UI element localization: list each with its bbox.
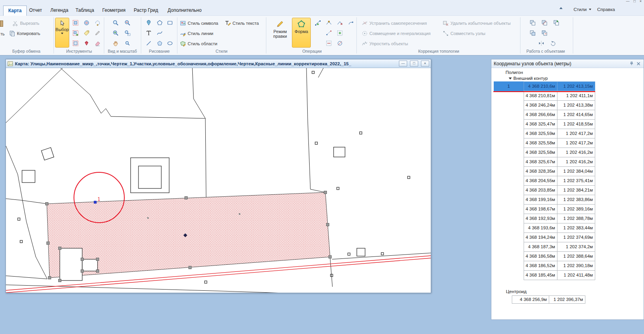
combine-objects-icon[interactable] — [552, 19, 560, 27]
coord-y[interactable]: 1 202 413,15м — [557, 81, 595, 91]
coord-x[interactable]: 4 368 246,24м — [524, 100, 557, 110]
coord-x[interactable]: 4 368 325,47м — [524, 119, 557, 129]
draw-text-icon[interactable] — [145, 29, 153, 37]
coord-x[interactable]: 4 368 203,85м — [524, 185, 557, 195]
coords-table-row[interactable]: 4 368 194,24м 1 202 374,69м — [494, 233, 595, 242]
map-canvas[interactable]: 1 — [6, 68, 431, 293]
coord-x[interactable]: 4 368 204,55м — [524, 176, 557, 186]
coord-x[interactable]: 4 368 325,67м — [524, 157, 557, 167]
maximize-window-icon[interactable]: □ — [633, 0, 635, 3]
subtract-objects-icon[interactable] — [541, 29, 548, 37]
area-style-button[interactable]: Стиль области — [179, 40, 217, 47]
delete-node-icon[interactable] — [336, 19, 344, 27]
rotate-object-icon[interactable] — [549, 39, 557, 47]
line-style-button[interactable]: Стиль линии — [179, 30, 213, 37]
pin-panel-icon[interactable] — [629, 61, 634, 66]
map-restore-button[interactable]: □ — [410, 61, 418, 66]
coord-y[interactable]: 1 202 416,2м — [557, 157, 595, 167]
zoom-small-icon[interactable] — [124, 39, 131, 47]
coords-table-row[interactable]: 4 368 325,47м 1 202 418,55м — [494, 119, 595, 129]
coord-y[interactable]: 1 202 417,2м — [557, 129, 595, 138]
move-node-icon[interactable] — [325, 19, 333, 27]
coords-table-row[interactable]: 4 368 246,24м 1 202 413,38м — [494, 100, 595, 110]
coords-table-row[interactable]: 4 368 193,6м 1 202 383,44м — [494, 223, 595, 233]
draw-area-icon[interactable] — [156, 39, 164, 47]
tree-node-outer-contour[interactable]: Внешний контур — [509, 76, 548, 81]
add-node-icon[interactable] — [314, 19, 322, 27]
select-add-tool-icon[interactable] — [72, 29, 79, 37]
coords-table-row[interactable]: 4 368 192,93м 1 202 388,78м — [494, 214, 595, 223]
coord-x[interactable]: 4 368 328,35м — [524, 166, 557, 176]
shape-button[interactable]: Форма — [292, 18, 311, 48]
mirror-object-icon[interactable] — [537, 39, 545, 47]
coords-table-row[interactable]: 4 368 210,81м 1 202 411,1м — [494, 91, 595, 101]
insert-vertex-icon[interactable] — [336, 29, 344, 37]
coord-x[interactable]: 4 368 192,93м — [524, 214, 557, 223]
cut-object-icon[interactable] — [541, 19, 548, 27]
tab-map[interactable]: Карта — [3, 6, 27, 16]
select-tool-button[interactable]: Выбор — [55, 18, 69, 48]
alignment-generalization-button[interactable]: Совмещение и генерализация — [361, 30, 431, 37]
coord-x[interactable]: 4 368 186,52м — [524, 261, 557, 271]
coords-table-row[interactable]: 4 368 266,66м 1 202 414,65м — [494, 110, 595, 120]
coord-y[interactable]: 1 202 389,16м — [557, 204, 595, 214]
help-button[interactable]: Справка — [597, 7, 615, 12]
coord-x[interactable]: 4 368 210,81м — [524, 91, 557, 101]
coords-table-row[interactable]: 4 368 186,52м 1 202 390,18м — [494, 261, 595, 271]
pencil-tool-icon[interactable] — [94, 29, 101, 37]
select-lasso-tool-icon[interactable] — [94, 19, 101, 27]
tab-legend[interactable]: Легенда — [46, 6, 73, 16]
coord-x[interactable]: 4 368 198,67м — [524, 204, 557, 214]
cut-button[interactable]: Вырезать — [12, 20, 39, 26]
coord-y[interactable]: 1 202 418,55м — [557, 119, 595, 129]
coord-x[interactable]: 4 368 199,16м — [524, 195, 557, 205]
draw-point-icon[interactable] — [145, 19, 153, 27]
pan-hand-icon[interactable] — [112, 39, 120, 47]
zoom-out-icon[interactable] — [124, 19, 131, 27]
coord-y[interactable]: 1 202 388,64м — [557, 251, 595, 261]
paste-button-fragment[interactable] — [0, 20, 3, 27]
coord-y[interactable]: 1 202 374,69м — [557, 233, 595, 242]
zoom-tool-icon[interactable] — [112, 19, 120, 27]
select-invert-tool-icon[interactable] — [72, 39, 79, 47]
draw-polygon-icon[interactable] — [156, 19, 164, 27]
tab-table[interactable]: Таблица — [71, 6, 99, 16]
coord-y[interactable]: 1 202 390,18м — [557, 261, 595, 271]
coord-y[interactable]: 1 202 383,44м — [557, 223, 595, 233]
tab-additional[interactable]: Дополнительно — [163, 6, 206, 16]
map-minimize-button[interactable]: — — [399, 61, 407, 66]
coords-table-row[interactable]: 4 368 325,67м 1 202 416,2м — [494, 157, 595, 167]
coords-table-row[interactable]: 4 368 204,55м 1 202 375,41м — [494, 176, 595, 186]
coords-table-row[interactable]: 4 368 185,45м 1 202 411,48м — [494, 270, 595, 280]
coord-y[interactable]: 1 202 383,86м — [557, 195, 595, 205]
minimize-window-icon[interactable]: — — [626, 0, 629, 3]
zoom-to-rect-icon[interactable] — [124, 29, 131, 37]
coord-x[interactable]: 4 368 325,58м — [524, 138, 557, 148]
styles-menu-button[interactable]: Стили — [574, 7, 591, 12]
coord-x[interactable]: 4 368 325,59м — [524, 129, 557, 138]
coords-table-row[interactable]: 1 4 368 210,6м 1 202 413,15м — [494, 81, 595, 91]
tab-raster-grid[interactable]: Растр Грид — [129, 6, 163, 16]
coord-x[interactable]: 4 368 186,58м — [524, 251, 557, 261]
coords-table-row[interactable]: 4 368 199,16м 1 202 383,86м — [494, 195, 595, 205]
coord-y[interactable]: 1 202 384,21м — [557, 185, 595, 195]
coord-x[interactable]: 4 368 266,66м — [524, 110, 557, 120]
coords-table-row[interactable]: 4 368 325,59м 1 202 417,2м — [494, 129, 595, 138]
simplify-objects-button[interactable]: Упростить объекты — [361, 40, 408, 47]
remove-self-intersections-button[interactable]: Устранить самопересечения — [361, 20, 427, 26]
coords-table-row[interactable]: 4 368 187,3м 1 202 374,2м — [494, 242, 595, 252]
map-window-titlebar[interactable]: Карта: Улицы,Наименование_микр_,точки,Че… — [6, 59, 431, 68]
coords-table-row[interactable]: 4 368 325,58м 1 202 416,2м — [494, 148, 595, 157]
text-style-button[interactable]: Стиль текста — [224, 20, 259, 26]
select-circle-tool-icon[interactable] — [83, 19, 90, 27]
gem-tool-icon[interactable] — [83, 39, 90, 47]
tree-node-polygon[interactable]: Полигон — [506, 70, 523, 75]
zoom-in-icon[interactable] — [112, 29, 120, 37]
remove-redundant-objects-button[interactable]: Удалить избыточные объекты — [442, 20, 511, 26]
draw-spline-icon[interactable] — [156, 29, 164, 37]
coord-y[interactable]: 1 202 416,2м — [557, 148, 595, 157]
symbol-style-button[interactable]: Стиль символа — [179, 20, 218, 26]
close-contour-icon[interactable] — [336, 39, 344, 47]
coord-y[interactable]: 1 202 417,2м — [557, 138, 595, 148]
split-object-icon[interactable] — [325, 39, 333, 47]
